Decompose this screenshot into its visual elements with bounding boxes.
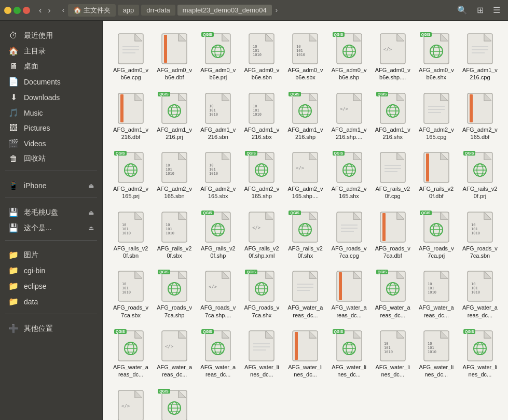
file-item[interactable]: AFG_roads_v7ca.cpg	[329, 207, 369, 263]
file-item[interactable]: QGIS AFG_roads_v7ca.shp	[155, 267, 194, 322]
file-item[interactable]: QGIS AFG_rails_v20f.shp	[198, 207, 238, 263]
file-item[interactable]: QGIS AFG_water_lines_dc...	[460, 326, 500, 382]
other-locations-icon: ➕	[8, 324, 19, 333]
sidebar-item-pictures[interactable]: 🖼 Pictures	[2, 121, 100, 135]
sidebar-item-pictures2[interactable]: 📁 图片	[2, 247, 100, 262]
sidebar-item-music[interactable]: 🎵 Music	[2, 105, 100, 120]
file-item[interactable]: AFG_adm0_vb6e.cpg	[111, 29, 150, 85]
sidebar-item-iphone[interactable]: 📱 iPhone ⏏	[2, 178, 100, 193]
back-button[interactable]: ‹	[36, 5, 44, 16]
file-name: AFG_water_areas_dc...	[419, 304, 454, 319]
file-item[interactable]: AFG_water_areas_dc...	[285, 267, 325, 322]
file-item[interactable]: 10 101 1010 AFG_adm2_v165.sbx	[198, 148, 238, 203]
file-item[interactable]: QGIS AFG_adm2_v165.prj	[111, 148, 150, 203]
file-item[interactable]: 10 101 1010 AFG_water_areas_dc...	[460, 267, 500, 322]
file-item[interactable]: QGIS AFG_adm1_v216.shp	[285, 89, 325, 144]
file-item[interactable]: </> AFG_adm2_v165.shp....	[285, 148, 325, 203]
file-icon-wrap	[420, 92, 453, 125]
file-item[interactable]: QGIS AFG_water_areas_dc...	[373, 267, 413, 322]
qgis-badge: QGIS	[376, 270, 389, 274]
file-item[interactable]: QGIS AFG_adm2_v165.shp	[242, 148, 281, 203]
file-item[interactable]: AFG_adm0_vb6e.dbf	[155, 29, 194, 85]
close-button[interactable]	[23, 7, 30, 14]
file-item[interactable]: 10 101 1010 AFG_adm0_vb6e.sbn	[242, 29, 281, 85]
file-item[interactable]: 10 101 1010 AFG_adm1_v216.sbn	[198, 89, 238, 144]
qgis-badge: QGIS	[201, 329, 214, 334]
sidebar-item-udisk2[interactable]: 💾 这个是... ⏏	[2, 220, 100, 235]
sidebar-item-recent[interactable]: ⏱ 最近使用	[2, 29, 100, 43]
file-item[interactable]: </> AFG_rails_v20f.shp.xml	[242, 207, 281, 263]
file-item[interactable]: QGIS AFG_roads_v7ca.shx	[242, 267, 281, 322]
file-item[interactable]: QGIS AFG_water_lines_dc...	[155, 386, 194, 420]
maximize-button[interactable]	[13, 7, 21, 14]
file-item[interactable]: QGIS AFG_rails_v20f.prj	[460, 148, 500, 203]
file-item[interactable]: QGIS AFG_adm0_vb6e.shp	[329, 29, 369, 85]
file-item[interactable]: </> AFG_water_areas_dc...	[155, 326, 194, 382]
sidebar-item-udisk1[interactable]: 💾 老毛桃U盘 ⏏	[2, 205, 100, 220]
eject-udisk2-button[interactable]: ⏏	[88, 225, 94, 232]
nav-prev-button[interactable]: ‹	[60, 5, 67, 15]
sidebar-item-home[interactable]: 🏠 主目录	[2, 44, 100, 59]
view-toggle-button[interactable]: ⊞	[473, 3, 487, 17]
file-item[interactable]: 10 101 1010 AFG_rails_v20f.sbn	[111, 207, 150, 263]
file-item[interactable]: AFG_adm1_v216.cpg	[460, 29, 500, 85]
file-item[interactable]: QGIS AFG_roads_v7ca.prj	[417, 207, 456, 263]
forward-button[interactable]: ›	[45, 5, 53, 16]
breadcrumb-drr[interactable]: drr-data	[141, 5, 175, 16]
file-item[interactable]: 10 101 1010 AFG_water_lines_dc...	[373, 326, 413, 382]
file-item[interactable]: QGIS AFG_water_lines_dc...	[329, 326, 369, 382]
file-item[interactable]: QGIS AFG_adm0_vb6e.prj	[198, 29, 238, 85]
file-item[interactable]: QGIS AFG_adm1_v216.shx	[373, 89, 413, 144]
file-item[interactable]: </> AFG_water_lines_dc...	[111, 386, 150, 420]
breadcrumb-current[interactable]: maplet23_demo03_demo04	[177, 5, 272, 16]
file-item[interactable]: 10 101 1010 AFG_rails_v20f.sbx	[155, 207, 194, 263]
sidebar-item-other[interactable]: ➕ 其他位置	[2, 321, 100, 336]
sidebar-item-trash[interactable]: 🗑 回收站	[2, 151, 100, 166]
eject-udisk1-button[interactable]: ⏏	[88, 209, 94, 216]
file-item[interactable]: AFG_adm2_v165.cpg	[417, 89, 456, 144]
sidebar-item-cgibin[interactable]: 📁 cgi-bin	[2, 263, 100, 278]
file-item[interactable]: 10 101 1010 AFG_adm1_v216.sbx	[242, 89, 281, 144]
file-item[interactable]: AFG_water_lines_dc...	[242, 326, 281, 382]
nav-next-button[interactable]: ›	[273, 5, 280, 15]
file-item[interactable]: QGIS AFG_water_areas_dc...	[198, 326, 238, 382]
file-item[interactable]: </> AFG_adm0_vb6e.shp....	[373, 29, 413, 85]
file-item[interactable]: QGIS AFG_adm0_vb6e.shx	[417, 29, 456, 85]
file-item[interactable]: 10 101 1010 AFG_water_lines_dc...	[417, 326, 456, 382]
file-item[interactable]: </> AFG_adm1_v216.shp....	[329, 89, 369, 144]
file-item[interactable]: AFG_adm2_v165.dbf	[460, 89, 500, 144]
sidebar-item-desktop[interactable]: 🖥 桌面	[2, 59, 100, 74]
file-item[interactable]: 10 101 1010 AFG_roads_v7ca.sbx	[111, 267, 150, 322]
file-item[interactable]: QGIS AFG_adm1_v216.prj	[155, 89, 194, 144]
file-name: AFG_roads_v7ca.prj	[419, 245, 454, 260]
breadcrumb-app[interactable]: app	[118, 5, 140, 16]
file-item[interactable]: AFG_adm1_v216.dbf	[111, 89, 150, 144]
file-item[interactable]: AFG_roads_v7ca.dbf	[373, 207, 413, 263]
sidebar-item-documents[interactable]: 📄 Documents	[2, 74, 100, 89]
file-item[interactable]: QGIS AFG_adm2_v165.shx	[329, 148, 369, 203]
file-item[interactable]: AFG_water_lines_dc...	[285, 326, 325, 382]
breadcrumb-home[interactable]: 🏠 主文件夹	[68, 4, 116, 17]
file-item[interactable]: 10 101 1010 AFG_adm0_vb6e.sbx	[285, 29, 325, 85]
sidebar-item-downloads[interactable]: ⬇ Downloads	[2, 90, 100, 105]
svg-text:10: 10	[253, 104, 257, 108]
file-item[interactable]: 10 101 1010 AFG_roads_v7ca.sbn	[460, 207, 500, 263]
file-icon-wrap: 10 101 1010	[158, 151, 191, 184]
file-item[interactable]: AFG_rails_v20f.cpg	[373, 148, 413, 203]
sidebar-item-videos[interactable]: 🎬 Videos	[2, 136, 100, 151]
eject-iphone-button[interactable]: ⏏	[88, 182, 94, 189]
svg-rect-7	[164, 35, 167, 63]
file-item[interactable]: QGIS AFG_rails_v20f.shx	[285, 207, 325, 263]
file-item[interactable]: 10 101 1010 AFG_water_areas_dc...	[417, 267, 456, 322]
minimize-button[interactable]	[4, 7, 11, 14]
sidebar-item-eclipse[interactable]: 📁 eclipse	[2, 278, 100, 293]
file-area[interactable]: AFG_adm0_vb6e.cpg AFG_adm0_vb6e.dbfQGIS …	[103, 21, 508, 420]
file-item[interactable]: </> AFG_roads_v7ca.shp....	[198, 267, 238, 322]
search-button[interactable]: 🔍	[454, 3, 471, 17]
file-item[interactable]: AFG_water_areas_dc...	[329, 267, 369, 322]
menu-button[interactable]: ☰	[489, 3, 504, 17]
file-item[interactable]: AFG_rails_v20f.dbf	[417, 148, 456, 203]
sidebar-item-data[interactable]: 📁 data	[2, 294, 100, 309]
file-item[interactable]: 10 101 1010 AFG_adm2_v165.sbn	[155, 148, 194, 203]
file-item[interactable]: QGIS AFG_water_areas_dc...	[111, 326, 150, 382]
